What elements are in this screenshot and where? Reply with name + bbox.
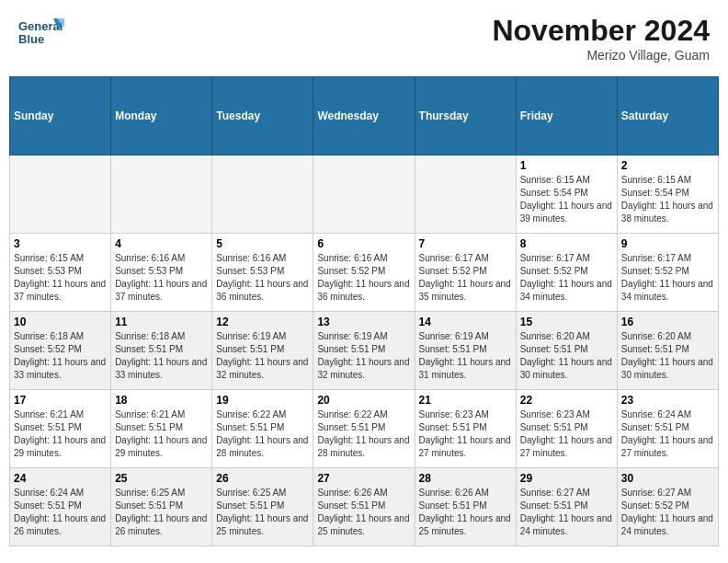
page-header: General Blue November 2024 Merizo Villag… (9, 9, 719, 67)
day-number: 28 (419, 472, 512, 485)
day-info: Sunrise: 6:17 AM Sunset: 5:52 PM Dayligh… (621, 252, 714, 304)
calendar-table: SundayMondayTuesdayWednesdayThursdayFrid… (9, 76, 719, 546)
day-info: Sunrise: 6:22 AM Sunset: 5:51 PM Dayligh… (317, 408, 410, 460)
day-info: Sunrise: 6:25 AM Sunset: 5:51 PM Dayligh… (216, 487, 309, 538)
month-title: November 2024 (492, 14, 710, 48)
calendar-cell (111, 155, 212, 234)
calendar-body: 1Sunrise: 6:15 AM Sunset: 5:54 PM Daylig… (10, 155, 719, 546)
title-area: November 2024 Merizo Village, Guam (492, 14, 710, 63)
day-number: 24 (14, 472, 107, 485)
day-number: 12 (216, 316, 309, 328)
calendar-cell (313, 155, 415, 234)
day-info: Sunrise: 6:25 AM Sunset: 5:51 PM Dayligh… (115, 487, 208, 538)
day-info: Sunrise: 6:27 AM Sunset: 5:52 PM Dayligh… (621, 487, 714, 538)
logo-icon: General Blue (18, 14, 55, 51)
day-number: 23 (621, 394, 714, 407)
day-number: 13 (317, 316, 410, 328)
day-number: 19 (216, 394, 309, 407)
calendar-cell: 7Sunrise: 6:17 AM Sunset: 5:52 PM Daylig… (415, 234, 516, 312)
calendar-cell: 9Sunrise: 6:17 AM Sunset: 5:52 PM Daylig… (617, 234, 718, 312)
day-number: 18 (115, 394, 208, 407)
day-number: 20 (317, 394, 410, 407)
day-number: 17 (14, 394, 107, 407)
calendar-week-row: 10Sunrise: 6:18 AM Sunset: 5:52 PM Dayli… (10, 312, 719, 390)
day-info: Sunrise: 6:18 AM Sunset: 5:51 PM Dayligh… (115, 330, 208, 382)
calendar-week-row: 17Sunrise: 6:21 AM Sunset: 5:51 PM Dayli… (10, 390, 719, 468)
day-info: Sunrise: 6:16 AM Sunset: 5:52 PM Dayligh… (317, 252, 410, 304)
calendar-cell: 1Sunrise: 6:15 AM Sunset: 5:54 PM Daylig… (516, 155, 617, 234)
day-of-week-header: Friday (516, 77, 617, 155)
day-info: Sunrise: 6:18 AM Sunset: 5:52 PM Dayligh… (14, 330, 107, 382)
calendar-cell (415, 155, 516, 234)
calendar-week-row: 1Sunrise: 6:15 AM Sunset: 5:54 PM Daylig… (10, 155, 719, 234)
logo: General Blue (18, 14, 59, 51)
day-of-week-header: Wednesday (313, 77, 415, 155)
day-of-week-header: Thursday (415, 77, 516, 155)
day-number: 7 (419, 237, 512, 250)
calendar-cell: 29Sunrise: 6:27 AM Sunset: 5:51 PM Dayli… (516, 468, 617, 546)
day-info: Sunrise: 6:20 AM Sunset: 5:51 PM Dayligh… (520, 330, 613, 382)
day-number: 30 (621, 472, 714, 485)
svg-text:Blue: Blue (18, 32, 44, 46)
day-info: Sunrise: 6:15 AM Sunset: 5:54 PM Dayligh… (621, 174, 714, 225)
calendar-cell: 26Sunrise: 6:25 AM Sunset: 5:51 PM Dayli… (212, 468, 313, 546)
day-number: 8 (520, 237, 613, 250)
calendar-cell: 12Sunrise: 6:19 AM Sunset: 5:51 PM Dayli… (212, 312, 313, 390)
day-info: Sunrise: 6:23 AM Sunset: 5:51 PM Dayligh… (520, 408, 613, 460)
calendar-cell: 23Sunrise: 6:24 AM Sunset: 5:51 PM Dayli… (617, 390, 718, 468)
day-info: Sunrise: 6:22 AM Sunset: 5:51 PM Dayligh… (216, 408, 309, 460)
calendar-cell: 5Sunrise: 6:16 AM Sunset: 5:53 PM Daylig… (212, 234, 313, 312)
day-info: Sunrise: 6:16 AM Sunset: 5:53 PM Dayligh… (216, 252, 309, 304)
day-info: Sunrise: 6:24 AM Sunset: 5:51 PM Dayligh… (14, 487, 107, 538)
day-number: 16 (621, 316, 714, 328)
calendar-week-row: 3Sunrise: 6:15 AM Sunset: 5:53 PM Daylig… (10, 234, 719, 312)
calendar-cell (212, 155, 313, 234)
day-info: Sunrise: 6:23 AM Sunset: 5:51 PM Dayligh… (419, 408, 512, 460)
calendar-cell: 13Sunrise: 6:19 AM Sunset: 5:51 PM Dayli… (313, 312, 415, 390)
day-number: 22 (520, 394, 613, 407)
day-info: Sunrise: 6:21 AM Sunset: 5:51 PM Dayligh… (14, 408, 107, 460)
calendar-cell: 22Sunrise: 6:23 AM Sunset: 5:51 PM Dayli… (516, 390, 617, 468)
day-number: 21 (419, 394, 512, 407)
day-number: 14 (419, 316, 512, 328)
calendar-cell (10, 155, 111, 234)
calendar-cell: 18Sunrise: 6:21 AM Sunset: 5:51 PM Dayli… (111, 390, 212, 468)
calendar-cell: 24Sunrise: 6:24 AM Sunset: 5:51 PM Dayli… (10, 468, 111, 546)
day-number: 6 (317, 237, 410, 250)
day-number: 29 (520, 472, 613, 485)
day-info: Sunrise: 6:16 AM Sunset: 5:53 PM Dayligh… (115, 252, 208, 304)
day-info: Sunrise: 6:19 AM Sunset: 5:51 PM Dayligh… (216, 330, 309, 382)
calendar-cell: 25Sunrise: 6:25 AM Sunset: 5:51 PM Dayli… (111, 468, 212, 546)
calendar-cell: 2Sunrise: 6:15 AM Sunset: 5:54 PM Daylig… (617, 155, 718, 234)
day-of-week-header: Saturday (617, 77, 718, 155)
calendar-cell: 28Sunrise: 6:26 AM Sunset: 5:51 PM Dayli… (415, 468, 516, 546)
day-number: 26 (216, 472, 309, 485)
calendar-cell: 3Sunrise: 6:15 AM Sunset: 5:53 PM Daylig… (10, 234, 111, 312)
day-number: 10 (14, 316, 107, 328)
calendar-cell: 10Sunrise: 6:18 AM Sunset: 5:52 PM Dayli… (10, 312, 111, 390)
day-info: Sunrise: 6:26 AM Sunset: 5:51 PM Dayligh… (317, 487, 410, 538)
calendar-cell: 15Sunrise: 6:20 AM Sunset: 5:51 PM Dayli… (516, 312, 617, 390)
day-number: 2 (621, 159, 714, 172)
calendar-cell: 17Sunrise: 6:21 AM Sunset: 5:51 PM Dayli… (10, 390, 111, 468)
calendar-cell: 14Sunrise: 6:19 AM Sunset: 5:51 PM Dayli… (415, 312, 516, 390)
calendar-cell: 21Sunrise: 6:23 AM Sunset: 5:51 PM Dayli… (415, 390, 516, 468)
day-number: 5 (216, 237, 309, 250)
day-info: Sunrise: 6:20 AM Sunset: 5:51 PM Dayligh… (621, 330, 714, 382)
calendar-cell: 30Sunrise: 6:27 AM Sunset: 5:52 PM Dayli… (617, 468, 718, 546)
calendar-cell: 11Sunrise: 6:18 AM Sunset: 5:51 PM Dayli… (111, 312, 212, 390)
day-info: Sunrise: 6:15 AM Sunset: 5:53 PM Dayligh… (14, 252, 107, 304)
calendar-cell: 6Sunrise: 6:16 AM Sunset: 5:52 PM Daylig… (313, 234, 415, 312)
day-info: Sunrise: 6:19 AM Sunset: 5:51 PM Dayligh… (317, 330, 410, 382)
day-info: Sunrise: 6:26 AM Sunset: 5:51 PM Dayligh… (419, 487, 512, 538)
day-number: 11 (115, 316, 208, 328)
day-of-week-header: Tuesday (212, 77, 313, 155)
calendar-cell: 16Sunrise: 6:20 AM Sunset: 5:51 PM Dayli… (617, 312, 718, 390)
day-number: 1 (520, 159, 613, 172)
day-info: Sunrise: 6:27 AM Sunset: 5:51 PM Dayligh… (520, 487, 613, 538)
day-number: 25 (115, 472, 208, 485)
day-info: Sunrise: 6:17 AM Sunset: 5:52 PM Dayligh… (520, 252, 613, 304)
calendar-header-row: SundayMondayTuesdayWednesdayThursdayFrid… (10, 77, 719, 155)
day-info: Sunrise: 6:21 AM Sunset: 5:51 PM Dayligh… (115, 408, 208, 460)
day-number: 4 (115, 237, 208, 250)
